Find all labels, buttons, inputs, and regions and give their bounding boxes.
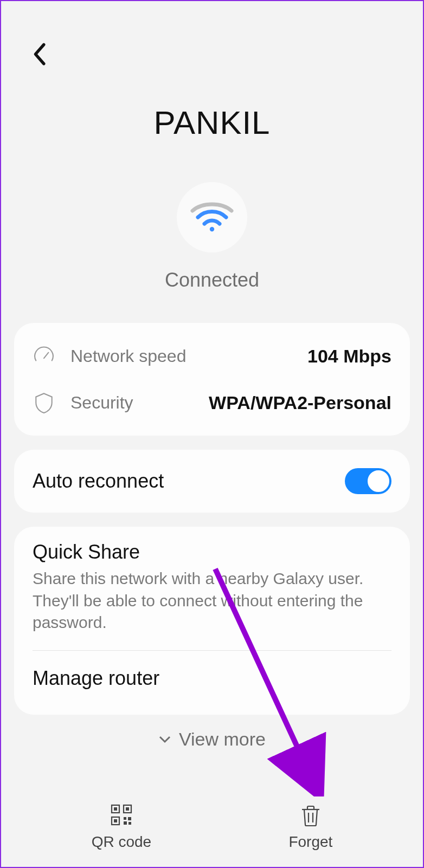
svg-rect-3 [114, 807, 117, 811]
quick-share-row[interactable]: Quick Share Share this network with a ne… [33, 541, 391, 646]
network-speed-value: 104 Mbps [307, 346, 391, 367]
security-row[interactable]: Security WPA/WPA2-Personal [33, 379, 391, 426]
share-card: Quick Share Share this network with a ne… [14, 527, 410, 715]
trash-icon [298, 802, 324, 828]
network-name: PANKIL [1, 104, 423, 141]
quick-share-description: Share this network with a nearby Galaxy … [33, 568, 391, 646]
auto-reconnect-card: Auto reconnect [14, 450, 410, 513]
network-info-card: Network speed 104 Mbps Security WPA/WPA2… [14, 323, 410, 436]
qr-code-button[interactable]: QR code [92, 802, 152, 851]
wifi-icon-badge [177, 182, 247, 252]
security-label: Security [70, 393, 209, 413]
network-speed-row[interactable]: Network speed 104 Mbps [33, 333, 391, 379]
auto-reconnect-row[interactable]: Auto reconnect [33, 450, 391, 513]
gauge-icon [33, 345, 55, 367]
forget-label: Forget [288, 833, 332, 851]
bottom-bar: QR code Forget [1, 802, 423, 851]
svg-rect-7 [114, 819, 117, 822]
back-button[interactable] [31, 42, 53, 73]
manage-router-row[interactable]: Manage router [33, 651, 391, 709]
svg-rect-8 [124, 817, 126, 820]
shield-icon [33, 391, 55, 414]
wifi-icon [190, 201, 234, 234]
svg-rect-10 [124, 821, 127, 825]
connection-status: Connected [1, 269, 423, 292]
security-value: WPA/WPA2-Personal [209, 392, 391, 413]
svg-line-1 [44, 353, 48, 359]
svg-rect-11 [129, 822, 131, 825]
view-more-label: View more [179, 729, 266, 750]
view-more-button[interactable]: View more [1, 729, 423, 750]
qr-code-icon [108, 802, 134, 828]
auto-reconnect-toggle[interactable] [345, 468, 391, 494]
svg-rect-9 [128, 817, 131, 820]
svg-point-0 [210, 227, 214, 231]
toggle-knob [367, 469, 390, 493]
forget-button[interactable]: Forget [288, 802, 332, 851]
quick-share-title: Quick Share [33, 541, 391, 563]
qr-code-label: QR code [92, 833, 152, 851]
svg-rect-5 [126, 807, 129, 811]
network-speed-label: Network speed [70, 346, 307, 366]
auto-reconnect-label: Auto reconnect [33, 470, 345, 493]
chevron-down-icon [158, 735, 171, 743]
chevron-left-icon [31, 42, 47, 66]
